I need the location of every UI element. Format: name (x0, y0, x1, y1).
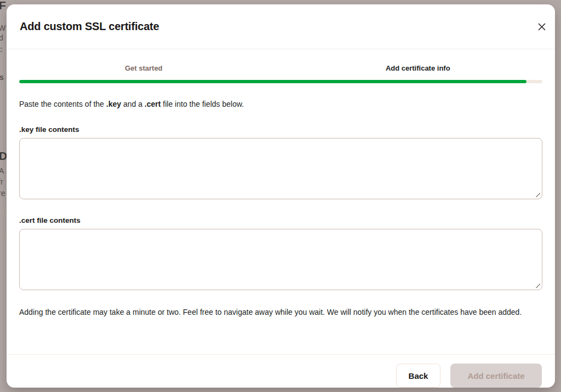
background-page-text: A (0, 166, 4, 176)
instruction-part: and a (121, 100, 145, 108)
note-text: Adding the certificate may take a minute… (19, 307, 534, 318)
cert-file-textarea[interactable] (19, 229, 542, 290)
back-button[interactable]: Back (396, 364, 440, 388)
step-add-certificate-info[interactable]: Add certificate info (281, 64, 556, 73)
key-file-field (19, 138, 542, 199)
background-page-text: fr (0, 177, 3, 187)
stepper: Get started Add certificate info (7, 49, 555, 83)
modal-body: Paste the contents of the .key and a .ce… (7, 83, 555, 318)
cert-file-field (19, 229, 542, 290)
key-file-textarea[interactable] (19, 138, 542, 199)
instruction-part: file into the fields below. (161, 100, 244, 108)
step-get-started[interactable]: Get started (7, 64, 281, 73)
stepper-labels: Get started Add certificate info (7, 64, 555, 73)
modal-footer: Back Add certificate (7, 354, 555, 388)
instruction-text: Paste the contents of the .key and a .ce… (19, 99, 542, 109)
background-page-text: W (0, 23, 5, 33)
background-page-text: s (0, 72, 4, 82)
add-certificate-button[interactable]: Add certificate (450, 364, 542, 388)
close-button[interactable] (534, 19, 549, 34)
background-page-text: c (0, 44, 3, 54)
add-ssl-certificate-modal: Add custom SSL certificate Get started A… (7, 4, 555, 388)
cert-keyword: .cert (145, 100, 161, 108)
background-page-text: F (0, 1, 6, 10)
cert-file-label: .cert file contents (19, 216, 542, 224)
key-file-label: .key file contents (19, 125, 542, 134)
background-page-text: re (0, 188, 5, 198)
modal-header: Add custom SSL certificate (7, 4, 555, 49)
instruction-part: Paste the contents of the (19, 100, 106, 108)
close-icon (538, 23, 546, 31)
key-keyword: .key (106, 100, 121, 108)
background-page-text: d (0, 33, 3, 43)
modal-title: Add custom SSL certificate (20, 20, 159, 33)
